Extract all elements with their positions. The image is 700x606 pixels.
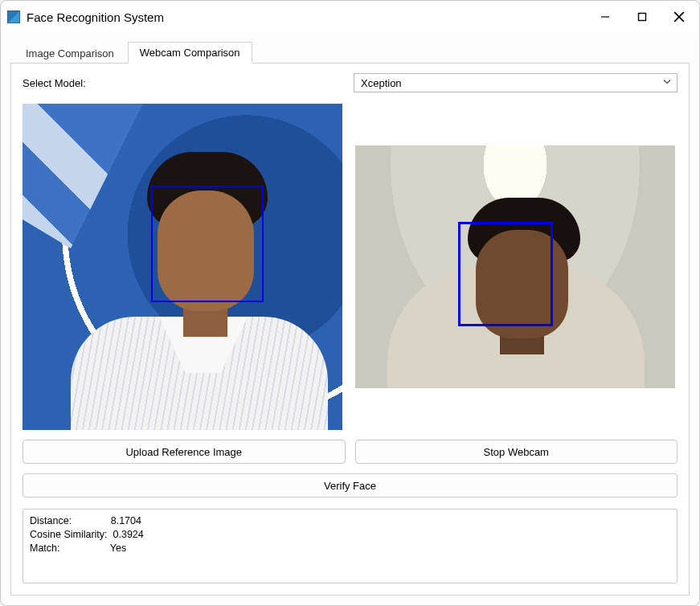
button-row-1: Upload Reference Image Stop Webcam bbox=[23, 440, 677, 464]
button-row-2: Verify Face bbox=[23, 473, 677, 497]
reference-face-bbox bbox=[151, 186, 264, 302]
reference-image-box bbox=[23, 104, 346, 430]
maximize-icon bbox=[637, 12, 647, 22]
cosine-label: Cosine Similarity: bbox=[30, 529, 108, 540]
tab-webcam-comparison[interactable]: Webcam Comparison bbox=[128, 42, 252, 63]
distance-value: 8.1704 bbox=[111, 515, 141, 526]
minimize-icon bbox=[600, 12, 610, 22]
model-select-value: Xception bbox=[361, 77, 402, 89]
webcam-image-box bbox=[355, 104, 678, 430]
close-icon bbox=[673, 11, 685, 23]
tab-image-comparison[interactable]: Image Comparison bbox=[14, 43, 126, 63]
window-title: Face Recognition System bbox=[27, 10, 164, 24]
model-row: Select Model: Xception bbox=[23, 73, 677, 92]
svg-rect-1 bbox=[639, 14, 646, 21]
chevron-down-icon bbox=[662, 77, 672, 89]
minimize-button[interactable] bbox=[587, 4, 624, 30]
select-model-label: Select Model: bbox=[23, 77, 344, 89]
webcam-image bbox=[355, 145, 675, 388]
client-area: Image Comparison Webcam Comparison Selec… bbox=[1, 33, 699, 605]
reference-image bbox=[23, 104, 342, 430]
match-value: Yes bbox=[110, 543, 126, 554]
app-window: Face Recognition System Image Comparison… bbox=[0, 0, 700, 606]
tab-bar: Image Comparison Webcam Comparison bbox=[10, 41, 690, 63]
webcam-face-bbox bbox=[458, 222, 553, 326]
maximize-button[interactable] bbox=[624, 4, 661, 30]
image-row bbox=[23, 104, 677, 430]
distance-label: Distance: bbox=[30, 515, 72, 526]
stop-webcam-button[interactable]: Stop Webcam bbox=[355, 440, 678, 464]
model-select[interactable]: Xception bbox=[354, 73, 677, 92]
cosine-value: 0.3924 bbox=[113, 529, 144, 540]
app-icon bbox=[7, 10, 20, 23]
titlebar: Face Recognition System bbox=[1, 1, 699, 33]
verify-face-button[interactable]: Verify Face bbox=[23, 473, 677, 497]
close-button[interactable] bbox=[661, 4, 698, 30]
webcam-panel: Select Model: Xception bbox=[10, 63, 690, 596]
results-box: Distance: 8.1704 Cosine Similarity: 0.39… bbox=[23, 509, 677, 583]
match-label: Match: bbox=[30, 543, 60, 554]
upload-reference-button[interactable]: Upload Reference Image bbox=[23, 440, 346, 464]
